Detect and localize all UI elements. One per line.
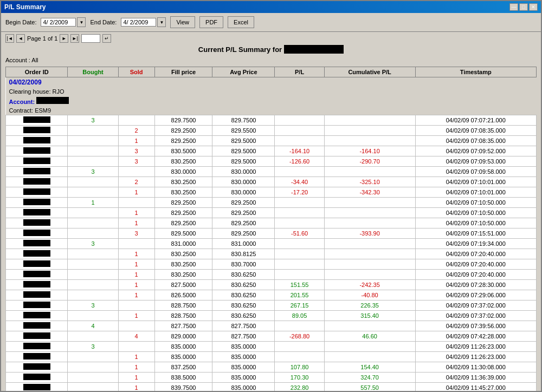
cell-avg-price: 831.0000 bbox=[212, 239, 275, 249]
col-sold: Sold bbox=[118, 67, 154, 77]
cell-order-id bbox=[6, 239, 68, 249]
cell-cum-pl: 46.60 bbox=[324, 331, 415, 342]
table-row: 1829.2500829.250004/02/09 07:10:50.000 bbox=[6, 208, 537, 218]
cell-timestamp: 04/02/09 07:37:02.000 bbox=[415, 311, 536, 321]
cell-bought bbox=[68, 259, 118, 270]
cell-cum-pl bbox=[324, 198, 415, 208]
cell-avg-price: 830.6250 bbox=[212, 270, 275, 280]
cell-cum-pl bbox=[324, 218, 415, 228]
cell-cum-pl: 324.70 bbox=[324, 373, 415, 383]
cell-avg-price: 829.2500 bbox=[212, 218, 275, 228]
cell-pl bbox=[275, 198, 324, 208]
view-button[interactable]: View bbox=[170, 16, 195, 28]
cell-fill-price: 829.2500 bbox=[154, 126, 212, 136]
cell-avg-price: 830.0000 bbox=[212, 187, 275, 198]
cell-cum-pl bbox=[324, 208, 415, 218]
cell-fill-price: 829.2500 bbox=[154, 198, 212, 208]
cell-fill-price: 839.7500 bbox=[154, 383, 212, 391]
last-page-button[interactable]: ►| bbox=[70, 34, 79, 43]
table-row: 1828.7500830.625089.05315.4004/02/09 07:… bbox=[6, 311, 537, 321]
cell-timestamp: 04/02/09 07:10:01.000 bbox=[415, 187, 536, 198]
first-page-button[interactable]: |◄ bbox=[5, 34, 14, 43]
cell-sold: 1 bbox=[118, 280, 154, 290]
cell-sold: 2 bbox=[118, 126, 154, 136]
cell-bought bbox=[68, 383, 118, 391]
cell-sold: 1 bbox=[118, 311, 154, 321]
cell-order-id bbox=[6, 362, 68, 373]
cell-sold: 1 bbox=[118, 373, 154, 383]
cell-cum-pl bbox=[324, 115, 415, 126]
cell-cum-pl bbox=[324, 239, 415, 249]
prev-page-button[interactable]: ◄ bbox=[16, 34, 25, 43]
cell-avg-price: 829.5500 bbox=[212, 126, 275, 136]
cell-cum-pl bbox=[324, 126, 415, 136]
cell-avg-price: 830.6250 bbox=[212, 290, 275, 300]
cell-cum-pl bbox=[324, 136, 415, 146]
cell-order-id bbox=[6, 136, 68, 146]
pdf-button[interactable]: PDF bbox=[199, 16, 223, 28]
cell-order-id bbox=[6, 259, 68, 270]
cell-cum-pl bbox=[324, 259, 415, 270]
cell-bought bbox=[68, 362, 118, 373]
page-jump-input[interactable] bbox=[81, 34, 100, 43]
cell-sold: 1 bbox=[118, 290, 154, 300]
cell-pl bbox=[275, 115, 324, 126]
end-date-dropdown[interactable]: ▼ bbox=[157, 17, 166, 27]
close-button[interactable]: ✕ bbox=[529, 3, 538, 11]
cell-bought bbox=[68, 177, 118, 187]
cell-order-id bbox=[6, 115, 68, 126]
begin-date-dropdown[interactable]: ▼ bbox=[77, 17, 86, 27]
cell-timestamp: 04/02/09 07:20:40.000 bbox=[415, 270, 536, 280]
cell-bought: 3 bbox=[68, 300, 118, 311]
cell-fill-price: 827.7500 bbox=[154, 321, 212, 331]
next-page-button[interactable]: ► bbox=[60, 34, 68, 43]
cell-bought bbox=[68, 373, 118, 383]
table-row: 3829.7500829.750004/02/09 07:07:21.000 bbox=[6, 115, 537, 126]
cell-timestamp: 04/02/09 11:36:39.000 bbox=[415, 373, 536, 383]
cell-order-id bbox=[6, 167, 68, 177]
page-info: Page 1 of 1 bbox=[27, 35, 57, 42]
table-row: 1829.2500829.250004/02/09 07:10:50.000 bbox=[6, 218, 537, 228]
clearing-house-row: Clearing house: RJO bbox=[6, 87, 537, 96]
minimize-button[interactable]: — bbox=[509, 3, 518, 11]
cell-sold: 1 bbox=[118, 270, 154, 280]
table-row: 3830.5000829.5000-164.10-164.1004/02/09 … bbox=[6, 146, 537, 156]
cell-order-id bbox=[6, 383, 68, 391]
cell-sold: 2 bbox=[118, 177, 154, 187]
cell-order-id bbox=[6, 311, 68, 321]
cell-timestamp: 04/02/09 11:30:08.000 bbox=[415, 362, 536, 373]
cell-cum-pl: -342.30 bbox=[324, 187, 415, 198]
cell-timestamp: 04/02/09 07:19:34.000 bbox=[415, 239, 536, 249]
main-table: Order ID Bought Sold Fill price Avg Pric… bbox=[5, 67, 537, 391]
cell-avg-price: 829.7500 bbox=[212, 115, 275, 126]
cell-cum-pl bbox=[324, 167, 415, 177]
begin-date-field[interactable] bbox=[41, 18, 76, 27]
cell-timestamp: 04/02/09 07:09:52.000 bbox=[415, 146, 536, 156]
cell-avg-price: 835.0000 bbox=[212, 383, 275, 391]
excel-button[interactable]: Excel bbox=[228, 16, 254, 28]
cell-fill-price: 830.0000 bbox=[154, 167, 212, 177]
cell-timestamp: 04/02/09 07:10:50.000 bbox=[415, 218, 536, 228]
table-row: 1827.5000830.6250151.55-242.3504/02/09 0… bbox=[6, 280, 537, 290]
cell-sold: 3 bbox=[118, 146, 154, 156]
cell-pl: 107.80 bbox=[275, 362, 324, 373]
cell-cum-pl: 315.40 bbox=[324, 311, 415, 321]
col-pl: P/L bbox=[275, 67, 324, 77]
table-row: 3831.0000831.000004/02/09 07:19:34.000 bbox=[6, 239, 537, 249]
cell-timestamp: 04/02/09 07:10:01.000 bbox=[415, 177, 536, 187]
cell-bought bbox=[68, 208, 118, 218]
report-title-text: Current P/L Summary for bbox=[198, 45, 282, 54]
cell-fill-price: 831.0000 bbox=[154, 239, 212, 249]
maximize-button[interactable]: □ bbox=[519, 3, 528, 11]
cell-pl: -34.40 bbox=[275, 177, 324, 187]
cell-bought: 3 bbox=[68, 167, 118, 177]
cell-order-id bbox=[6, 373, 68, 383]
cell-order-id bbox=[6, 177, 68, 187]
end-date-field[interactable] bbox=[121, 18, 156, 27]
table-row: 3835.0000835.000004/02/09 11:26:23.000 bbox=[6, 342, 537, 352]
cell-fill-price: 826.5000 bbox=[154, 290, 212, 300]
page-jump-go[interactable]: ↵ bbox=[102, 34, 111, 43]
cell-timestamp: 04/02/09 07:20:40.000 bbox=[415, 249, 536, 259]
cell-pl: -51.60 bbox=[275, 228, 324, 239]
cell-bought bbox=[68, 249, 118, 259]
